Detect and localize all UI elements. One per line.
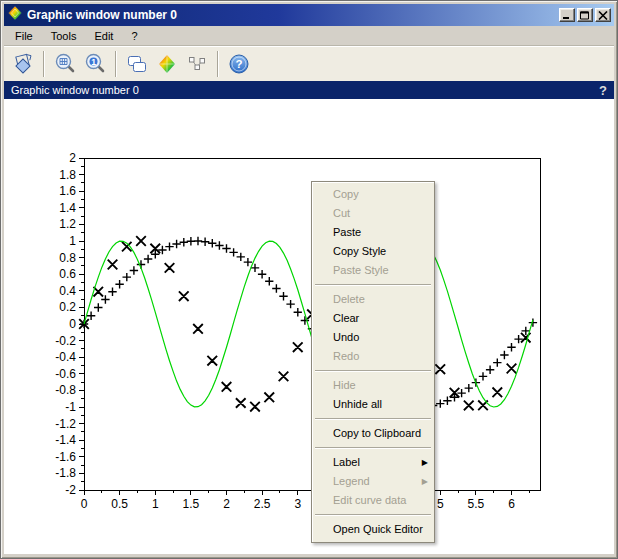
figure-properties-icon bbox=[125, 52, 149, 76]
svg-text:?: ? bbox=[235, 58, 242, 70]
y-tick-label: 1.6 bbox=[59, 184, 76, 198]
plot-canvas[interactable]: 00.511.522.533.544.555.56-2-1.8-1.6-1.4-… bbox=[4, 99, 614, 554]
toolbar: 1? bbox=[4, 45, 614, 81]
y-tick-label: -0.6 bbox=[55, 367, 76, 381]
y-tick-label: -2 bbox=[65, 483, 76, 497]
menu-item-copy-style[interactable]: Copy Style bbox=[312, 242, 434, 261]
y-tick-label: 1 bbox=[69, 234, 76, 248]
title-bar[interactable]: Graphic window number 0 bbox=[4, 4, 614, 26]
menu-item-label[interactable]: Label▶ bbox=[312, 453, 434, 472]
infobar-help-icon[interactable]: ? bbox=[599, 83, 607, 98]
y-tick-label: 0.8 bbox=[59, 251, 76, 265]
menu-item-delete: Delete bbox=[312, 290, 434, 309]
menu-item-open-quick-editor[interactable]: Open Quick Editor bbox=[312, 520, 434, 539]
x-tick-label: 0.5 bbox=[111, 497, 128, 511]
y-tick-label: -1.2 bbox=[55, 417, 76, 431]
close-button[interactable] bbox=[595, 8, 611, 22]
context-menu: CopyCutPasteCopy StylePaste StyleDeleteC… bbox=[311, 181, 435, 543]
x-tick-label: 1.5 bbox=[183, 497, 200, 511]
menu-item-edit-curve-data: Edit curve data bbox=[312, 491, 434, 510]
maximize-icon bbox=[580, 11, 590, 20]
y-tick-label: -1.6 bbox=[55, 450, 76, 464]
x-tick-label: 2.5 bbox=[254, 497, 271, 511]
menu-separator bbox=[315, 370, 431, 372]
y-tick-label: 1.2 bbox=[59, 217, 76, 231]
graphic-window: Graphic window number 0 FileToolsEdit? 1… bbox=[0, 0, 618, 559]
minimize-icon bbox=[562, 11, 572, 20]
original-view-icon: 1 bbox=[83, 52, 107, 76]
menu-item-hide: Hide bbox=[312, 376, 434, 395]
menu-item-paste-style: Paste Style bbox=[312, 261, 434, 280]
window-title: Graphic window number 0 bbox=[27, 8, 555, 22]
x-tick-label: 1 bbox=[152, 497, 159, 511]
rotate-button[interactable] bbox=[8, 50, 38, 78]
x-tick-label: 6 bbox=[508, 497, 515, 511]
submenu-arrow-icon: ▶ bbox=[422, 472, 428, 491]
datatips-icon bbox=[185, 52, 209, 76]
x-tick-label: 2 bbox=[223, 497, 230, 511]
y-tick-label: 1.8 bbox=[59, 168, 76, 182]
menu-item-redo: Redo bbox=[312, 347, 434, 366]
series-y-sin-3x bbox=[84, 241, 533, 407]
zoom-area-icon bbox=[53, 52, 77, 76]
help-button[interactable]: ? bbox=[224, 50, 254, 78]
x-tick-label: 5 bbox=[437, 497, 444, 511]
y-tick-label: -0.8 bbox=[55, 383, 76, 397]
colormap-button[interactable] bbox=[152, 50, 182, 78]
y-tick-label: -0.2 bbox=[55, 334, 76, 348]
close-icon bbox=[598, 11, 608, 20]
y-tick-label: -1.8 bbox=[55, 466, 76, 480]
series-y-sin-x bbox=[80, 237, 537, 411]
menu-help[interactable]: ? bbox=[122, 28, 146, 44]
menu-bar: FileToolsEdit? bbox=[4, 26, 614, 45]
y-tick-label: -1 bbox=[65, 400, 76, 414]
rotate-icon bbox=[11, 52, 35, 76]
y-tick-label: 0 bbox=[69, 317, 76, 331]
menu-edit[interactable]: Edit bbox=[85, 28, 122, 44]
svg-text:1: 1 bbox=[91, 56, 96, 66]
menu-file[interactable]: File bbox=[6, 28, 42, 44]
menu-item-label: Legend bbox=[333, 475, 370, 487]
menu-separator bbox=[315, 418, 431, 420]
menu-item-clear[interactable]: Clear bbox=[312, 309, 434, 328]
y-tick-label: 0.6 bbox=[59, 267, 76, 281]
menu-item-label: Label bbox=[333, 456, 360, 468]
toolbar-separator bbox=[115, 51, 117, 77]
y-tick-label: 1.4 bbox=[59, 201, 76, 215]
app-icon bbox=[7, 5, 23, 25]
y-tick-label: -1.4 bbox=[55, 433, 76, 447]
figure-info-bar: Graphic window number 0 ? bbox=[4, 81, 614, 99]
menu-item-copy: Copy bbox=[312, 185, 434, 204]
colormap-icon bbox=[155, 52, 179, 76]
menu-item-copy-to-clipboard[interactable]: Copy to Clipboard bbox=[312, 424, 434, 443]
figure-info-title: Graphic window number 0 bbox=[11, 84, 139, 96]
menu-tools[interactable]: Tools bbox=[42, 28, 86, 44]
chart: 00.511.522.533.544.555.56-2-1.8-1.6-1.4-… bbox=[4, 99, 614, 554]
menu-item-undo[interactable]: Undo bbox=[312, 328, 434, 347]
figure-properties-button[interactable] bbox=[122, 50, 152, 78]
help-icon: ? bbox=[227, 52, 251, 76]
y-tick-label: -0.4 bbox=[55, 350, 76, 364]
axes: 00.511.522.533.544.555.56-2-1.8-1.6-1.4-… bbox=[55, 151, 540, 511]
toolbar-separator bbox=[217, 51, 219, 77]
datatips-button[interactable] bbox=[182, 50, 212, 78]
menu-item-paste[interactable]: Paste bbox=[312, 223, 434, 242]
y-tick-label: 0.2 bbox=[59, 300, 76, 314]
x-tick-label: 0 bbox=[81, 497, 88, 511]
menu-item-unhide-all[interactable]: Unhide all bbox=[312, 395, 434, 414]
menu-item-legend: Legend▶ bbox=[312, 472, 434, 491]
x-tick-label: 5.5 bbox=[468, 497, 485, 511]
menu-separator bbox=[315, 284, 431, 286]
maximize-button[interactable] bbox=[577, 8, 593, 22]
zoom-area-button[interactable] bbox=[50, 50, 80, 78]
y-tick-label: 2 bbox=[69, 151, 76, 165]
original-view-button[interactable]: 1 bbox=[80, 50, 110, 78]
x-tick-label: 3 bbox=[294, 497, 301, 511]
submenu-arrow-icon: ▶ bbox=[422, 453, 428, 472]
minimize-button[interactable] bbox=[559, 8, 575, 22]
menu-item-cut: Cut bbox=[312, 204, 434, 223]
y-tick-label: 0.4 bbox=[59, 284, 76, 298]
menu-separator bbox=[315, 514, 431, 516]
toolbar-separator bbox=[43, 51, 45, 77]
menu-separator bbox=[315, 447, 431, 449]
